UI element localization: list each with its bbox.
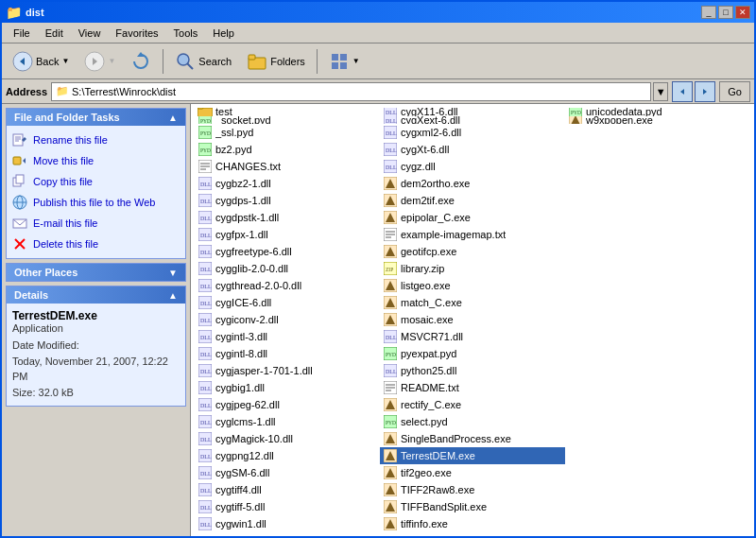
views-button[interactable]: ▼ [322,47,367,76]
move-task-item[interactable]: Move this file [10,152,181,169]
file-item[interactable]: DLL cygXext-6.dll [380,116,565,125]
file-item[interactable]: tiffinfo.exe [380,515,565,532]
file-item[interactable] [565,243,750,260]
address-input[interactable]: 📁 S:\Terrest\Winrock\dist [51,82,651,101]
address-forward-button[interactable] [695,81,715,102]
search-button[interactable]: Search [168,47,238,76]
file-item[interactable] [565,192,750,209]
file-item[interactable]: tif2geo.exe [380,464,565,481]
delete-task-item[interactable]: Delete this file [10,235,181,252]
file-item[interactable] [565,345,750,362]
file-item[interactable] [565,311,750,328]
menu-file[interactable]: File [6,26,38,41]
file-item[interactable]: DLL cygMagick-10.dll [195,430,380,447]
file-item[interactable]: DLL cygthread-2.0-0.dll [195,277,380,294]
file-item[interactable]: test [195,108,380,116]
file-item[interactable]: listgeo.exe [380,277,565,294]
file-item[interactable]: geotifcp.exe [380,243,565,260]
file-item[interactable] [565,430,750,447]
file-item[interactable] [565,379,750,396]
folders-button[interactable]: Folders [240,47,312,76]
menu-tools[interactable]: Tools [166,26,206,41]
file-item[interactable] [565,175,750,192]
file-item[interactable]: match_C.exe [380,294,565,311]
file-item[interactable]: DLL cygiconv-2.dll [195,311,380,328]
file-item[interactable]: TIFFBandSplit.exe [380,498,565,515]
file-item[interactable] [565,447,750,464]
menu-view[interactable]: View [71,26,109,41]
file-item[interactable]: mosaic.exe [380,311,565,328]
file-item[interactable]: DLL cygintl-3.dll [195,328,380,345]
file-item[interactable]: DLL cygICE-6.dll [195,294,380,311]
file-item[interactable] [565,464,750,481]
file-item[interactable]: DLL cygbz2-1.dll [195,175,380,192]
file-item[interactable]: DLL cygz.dll [380,158,565,175]
file-item[interactable]: TIFF2Raw8.exe [380,481,565,498]
file-item[interactable]: DLL cygXt-6.dll [380,141,565,158]
file-item[interactable]: DLL cygxml2-6.dll [380,124,565,141]
file-item[interactable]: example-imagemap.txt [380,226,565,243]
file-item[interactable]: DLL cygintl-8.dll [195,345,380,362]
file-item[interactable] [565,226,750,243]
copy-task-item[interactable]: Copy this file [10,173,181,190]
file-item[interactable] [565,124,750,141]
file-item[interactable]: epipolar_C.exe [380,209,565,226]
file-item[interactable]: DLL cygbig1.dll [195,379,380,396]
close-button[interactable]: ✕ [735,6,750,19]
back-button[interactable]: Back ▼ [6,47,76,76]
email-task-item[interactable]: E-mail this file [10,215,181,232]
file-item[interactable] [565,515,750,532]
file-item[interactable]: DLL cygfreetype-6.dll [195,243,380,260]
file-item[interactable]: w9xpopen.exe [565,116,750,125]
file-item[interactable]: DLL cygtiff-5.dll [195,498,380,515]
file-item[interactable]: dem2ortho.exe [380,175,565,192]
file-item[interactable] [565,141,750,158]
address-dropdown[interactable]: ▼ [653,82,668,101]
file-item[interactable]: SingleBandProcess.exe [380,430,565,447]
file-item[interactable]: DLL cygglib-2.0-0.dll [195,260,380,277]
file-item[interactable]: TerrestDEM.exe [380,447,565,464]
file-item[interactable]: DLL cygdps-1.dll [195,192,380,209]
file-item[interactable]: DLL cygjasper-1-701-1.dll [195,362,380,379]
refresh-button[interactable] [124,47,158,76]
file-item[interactable]: DLL python25.dll [380,362,565,379]
address-back-button[interactable] [672,81,693,102]
file-item[interactable]: PYD unicodedata.pyd [565,108,750,116]
file-item[interactable] [565,277,750,294]
file-item[interactable] [565,328,750,345]
maximize-button[interactable]: □ [718,6,733,19]
file-item[interactable] [565,481,750,498]
menu-edit[interactable]: Edit [38,26,71,41]
file-item[interactable]: PYD pyexpat.pyd [380,345,565,362]
file-item[interactable]: DLL cygSM-6.dll [195,464,380,481]
file-item[interactable]: PYD _ssl.pyd [195,124,380,141]
file-item[interactable] [565,260,750,277]
file-item[interactable]: DLL cygtiff4.dll [195,481,380,498]
file-item[interactable]: DLL cygpng12.dll [195,447,380,464]
rename-task-item[interactable]: Rename this file [10,131,181,148]
file-item[interactable]: DLL cygfpx-1.dll [195,226,380,243]
forward-button[interactable]: ▼ [77,47,122,76]
file-item[interactable] [565,362,750,379]
file-item[interactable]: PYD select.pyd [380,413,565,430]
file-item[interactable]: CHANGES.txt [195,158,380,175]
file-item[interactable]: DLL cygwin1.dll [195,515,380,532]
file-item[interactable]: PYD _socket.pyd [195,116,380,125]
file-item[interactable]: PYD bz2.pyd [195,141,380,158]
publish-task-item[interactable]: Publish this file to the Web [10,194,181,211]
file-item[interactable] [565,294,750,311]
file-item[interactable]: DLL MSVCR71.dll [380,328,565,345]
file-item[interactable] [565,498,750,515]
go-button[interactable]: Go [719,81,750,102]
menu-favorites[interactable]: Favorites [108,26,165,41]
other-places-header[interactable]: Other Places ▼ [7,264,185,281]
file-item[interactable] [565,158,750,175]
file-item[interactable] [565,413,750,430]
file-item[interactable]: dem2tif.exe [380,192,565,209]
file-item[interactable]: DLL cygdpstk-1.dll [195,209,380,226]
file-item[interactable]: rectify_C.exe [380,396,565,413]
file-item[interactable]: DLL cygjpeg-62.dll [195,396,380,413]
menu-help[interactable]: Help [205,26,242,41]
file-folder-tasks-header[interactable]: File and Folder Tasks ▲ [7,109,185,126]
details-header[interactable]: Details ▲ [7,286,185,304]
